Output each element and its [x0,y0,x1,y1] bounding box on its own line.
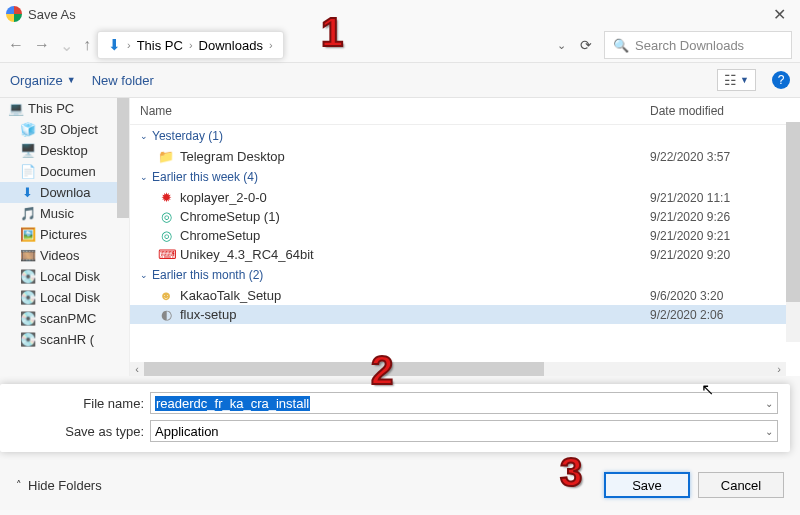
group-header[interactable]: ⌄Yesterday (1) [130,125,800,147]
chevron-down-icon: ⌄ [140,172,148,182]
tree-item[interactable]: 🖼️Pictures [0,224,129,245]
group-title: Earlier this month (2) [152,268,263,282]
forward-icon[interactable]: → [34,36,50,54]
tree-item[interactable]: 🎵Music [0,203,129,224]
file-date: 9/6/2020 3:20 [650,289,790,303]
tree-label: Music [40,206,74,221]
tree-item[interactable]: 🎞️Videos [0,245,129,266]
file-name: koplayer_2-0-0 [180,190,650,205]
file-name: ChromeSetup (1) [180,209,650,224]
tree-item[interactable]: 💽Local Disk [0,266,129,287]
folder-icon: 💽 [20,290,34,305]
tree-item[interactable]: 💽scanHR ( [0,329,129,350]
tree-label: Documen [40,164,96,179]
tree-label: Local Disk [40,269,100,284]
file-row[interactable]: 📁Telegram Desktop9/22/2020 3:57 [130,147,800,166]
tree-item[interactable]: 💽scanPMC [0,308,129,329]
file-date: 9/21/2020 9:20 [650,248,790,262]
breadcrumb-downloads[interactable]: Downloads [199,38,263,53]
folder-tree[interactable]: 💻This PC🧊3D Object🖥️Desktop📄Documen⬇Down… [0,98,130,376]
tree-scrollbar-thumb[interactable] [117,98,129,218]
tree-item[interactable]: 🧊3D Object [0,119,129,140]
organize-menu[interactable]: Organize ▼ [10,73,76,88]
cancel-button[interactable]: Cancel [698,472,784,498]
tree-item[interactable]: 🖥️Desktop [0,140,129,161]
file-date: 9/21/2020 11:1 [650,191,790,205]
downloads-folder-icon: ⬇ [108,36,121,54]
help-button[interactable]: ? [772,71,790,89]
group-title: Earlier this week (4) [152,170,258,184]
tree-label: 3D Object [40,122,98,137]
file-icon: ◎ [158,228,174,243]
file-row[interactable]: ☻KakaoTalk_Setup9/6/2020 3:20 [130,286,800,305]
scroll-left-icon[interactable]: ‹ [130,363,144,375]
col-name[interactable]: Name [140,104,650,118]
file-row[interactable]: ◎ChromeSetup9/21/2020 9:21 [130,226,800,245]
vertical-scrollbar[interactable] [786,122,800,342]
tree-label: Local Disk [40,290,100,305]
file-name: ChromeSetup [180,228,650,243]
folder-icon: 🎞️ [20,248,34,263]
caret-up-icon: ˄ [16,479,22,492]
column-headers[interactable]: Name Date modified [130,98,800,125]
tree-label: Desktop [40,143,88,158]
view-menu[interactable]: ☷ ▼ [717,69,756,91]
breadcrumb[interactable]: ⬇ › This PC › Downloads › [97,31,284,59]
file-row[interactable]: ⌨Unikey_4.3_RC4_64bit9/21/2020 9:20 [130,245,800,264]
folder-icon: 🖼️ [20,227,34,242]
chrome-icon [6,6,22,22]
organize-label: Organize [10,73,63,88]
close-button[interactable]: ✕ [765,5,794,24]
hide-folders-toggle[interactable]: ˄ Hide Folders [16,478,102,493]
refresh-icon[interactable]: ⟳ [580,37,592,53]
horizontal-scrollbar[interactable]: ‹ › [130,362,786,376]
folder-icon: 🎵 [20,206,34,221]
scroll-right-icon[interactable]: › [772,363,786,375]
saveastype-select[interactable]: Application ⌄ [150,420,778,442]
search-icon: 🔍 [613,38,629,53]
search-input[interactable]: 🔍 Search Downloads [604,31,792,59]
file-row[interactable]: ◎ChromeSetup (1)9/21/2020 9:26 [130,207,800,226]
file-icon: ✹ [158,190,174,205]
chevron-down-icon: ⌄ [140,270,148,280]
file-date: 9/21/2020 9:21 [650,229,790,243]
folder-icon: 📄 [20,164,34,179]
save-button[interactable]: Save [604,472,690,498]
chevron-down-icon: ▼ [67,75,76,85]
file-row[interactable]: ◐flux-setup9/2/2020 2:06 [130,305,800,324]
folder-icon: 💽 [20,269,34,284]
file-icon: ☻ [158,288,174,303]
chevron-right-icon: › [127,39,131,51]
group-header[interactable]: ⌄Earlier this month (2) [130,264,800,286]
chevron-down-icon[interactable]: ⌄ [765,426,773,437]
group-header[interactable]: ⌄Earlier this week (4) [130,166,800,188]
file-date: 9/22/2020 3:57 [650,150,790,164]
up-icon[interactable]: ↑ [83,36,91,54]
tree-item[interactable]: 💻This PC [0,98,129,119]
file-name: KakaoTalk_Setup [180,288,650,303]
tree-label: scanHR ( [40,332,94,347]
tree-item[interactable]: 📄Documen [0,161,129,182]
group-title: Yesterday (1) [152,129,223,143]
tree-label: Pictures [40,227,87,242]
tree-label: scanPMC [40,311,96,326]
file-row[interactable]: ✹koplayer_2-0-09/21/2020 11:1 [130,188,800,207]
saveastype-value: Application [155,424,773,439]
col-date[interactable]: Date modified [650,104,790,118]
folder-icon: 💽 [20,332,34,347]
tree-item[interactable]: 💽Local Disk [0,287,129,308]
chevron-down-icon: ⌄ [140,131,148,141]
scrollbar-thumb[interactable] [144,362,544,376]
scrollbar-thumb[interactable] [786,122,800,302]
view-icon: ☷ [724,72,737,88]
new-folder-button[interactable]: New folder [92,73,154,88]
tree-item[interactable]: ⬇Downloa [0,182,129,203]
back-icon[interactable]: ← [8,36,24,54]
breadcrumb-this-pc[interactable]: This PC [137,38,183,53]
file-list[interactable]: Name Date modified ⌄Yesterday (1)📁Telegr… [130,98,800,376]
folder-icon: 💽 [20,311,34,326]
chevron-down-icon[interactable]: ⌄ [765,398,773,409]
address-dropdown-icon[interactable]: ⌄ [557,39,566,52]
filename-input[interactable]: readerdc_fr_ka_cra_install ⌄ [150,392,778,414]
file-date: 9/2/2020 2:06 [650,308,790,322]
